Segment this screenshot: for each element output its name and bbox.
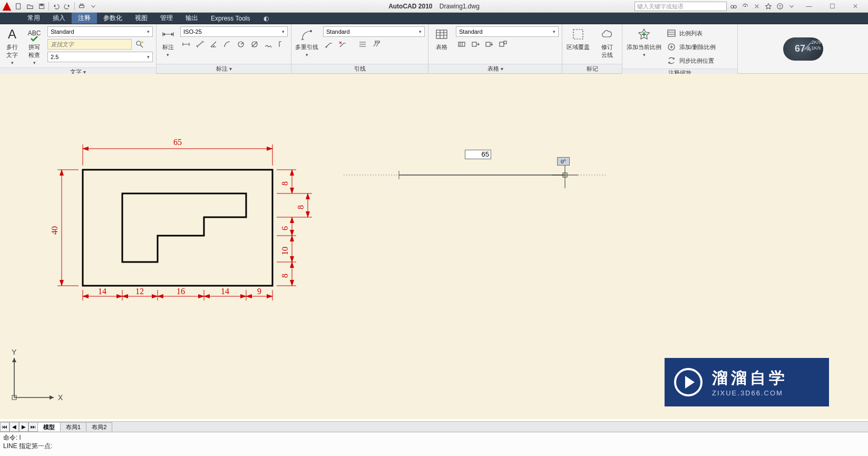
text-height-combo[interactable]: 2.5▾ xyxy=(47,52,153,62)
svg-point-7 xyxy=(745,6,746,7)
maximize-button[interactable]: ☐ xyxy=(822,1,843,12)
svg-rect-18 xyxy=(375,41,379,43)
svg-text:?: ? xyxy=(779,4,782,9)
panel-gauge: 67% 2K/s 1.1K/s xyxy=(738,24,868,73)
leader-remove-icon[interactable] xyxy=(337,39,348,50)
minimize-button[interactable]: — xyxy=(798,1,820,12)
wipeout-icon xyxy=(570,26,586,42)
menu-tab-5[interactable]: 管理 xyxy=(154,13,179,24)
table-extract-icon[interactable] xyxy=(470,39,481,50)
spellcheck-button[interactable]: ABC 拼写 检查▾ xyxy=(25,26,43,65)
qat-dropdown-icon[interactable] xyxy=(87,1,99,12)
table-button[interactable]: 表格 xyxy=(432,26,452,51)
dim-angular-icon[interactable] xyxy=(208,39,219,50)
exchange-icon[interactable] xyxy=(752,2,762,11)
mleader-button[interactable]: 多重引线▾ xyxy=(295,26,319,57)
table-export-icon[interactable] xyxy=(497,39,509,50)
dim-jogged-icon[interactable] xyxy=(262,39,274,50)
scale-sync-button[interactable]: 同步比例位置 xyxy=(667,55,734,66)
svg-point-5 xyxy=(731,5,734,8)
svg-rect-25 xyxy=(573,30,583,39)
close-button[interactable]: ✕ xyxy=(845,1,866,12)
find-text-input[interactable]: 直找文字 xyxy=(47,39,132,50)
dim-ordinate-icon[interactable] xyxy=(276,39,288,50)
spellcheck-icon: ABC xyxy=(26,26,42,42)
menu-tab-6[interactable]: 输出 xyxy=(179,13,204,24)
chevron-down-icon[interactable] xyxy=(787,2,796,11)
svg-rect-4 xyxy=(80,4,83,5)
find-button-icon[interactable] xyxy=(134,39,145,50)
title-bar: AutoCAD 2010 Drawing1.dwg 键入关键字或短语 ? — ☐… xyxy=(0,0,868,13)
nav-next-icon[interactable]: ▶ xyxy=(19,422,28,432)
leader-add-icon[interactable] xyxy=(323,39,335,50)
svg-point-17 xyxy=(326,46,327,48)
svg-rect-28 xyxy=(83,170,272,286)
communication-icon[interactable] xyxy=(740,2,750,11)
qat-new-icon[interactable] xyxy=(13,1,24,12)
help-search-input[interactable]: 键入关键字或短语 xyxy=(635,2,727,11)
revcloud-button[interactable]: 修订 云线 xyxy=(595,26,619,59)
qat-redo-icon[interactable] xyxy=(62,1,73,12)
mtext-button[interactable]: A 多行 文字▾ xyxy=(3,26,21,65)
qat-save-icon[interactable] xyxy=(36,1,47,12)
nav-first-icon[interactable]: ⏮ xyxy=(0,422,9,432)
help-icon[interactable]: ? xyxy=(775,2,785,11)
sheet-tab-2[interactable]: 布局2 xyxy=(86,422,112,431)
menu-tab-0[interactable]: 常用 xyxy=(21,13,46,24)
dim-arc-icon[interactable] xyxy=(221,39,233,50)
revcloud-icon xyxy=(599,26,615,42)
ribbon: A 多行 文字▾ ABC 拼写 检查▾ Standard▾ 直找文字 2.5▾ … xyxy=(0,24,868,74)
dim-left: 40 xyxy=(50,226,59,235)
nav-prev-icon[interactable]: ◀ xyxy=(9,422,19,432)
watermark-url: ZIXUE.3D66.COM xyxy=(712,389,788,397)
menu-tab-1[interactable]: 插入 xyxy=(46,13,72,24)
favorite-icon[interactable] xyxy=(764,2,773,11)
panel-text: A 多行 文字▾ ABC 拼写 检查▾ Standard▾ 直找文字 2.5▾ … xyxy=(0,24,157,73)
binoculars-icon[interactable] xyxy=(729,2,738,11)
wipeout-button[interactable]: 区域覆盖 xyxy=(565,26,591,51)
leader-style-combo[interactable]: Standard▾ xyxy=(323,26,425,37)
dim-style-combo[interactable]: ISO-25▾ xyxy=(180,26,288,37)
svg-point-6 xyxy=(734,5,736,8)
qat-open-icon[interactable] xyxy=(24,1,36,12)
panel-mark: 区域覆盖 修订 云线 标记 xyxy=(562,24,622,73)
command-window[interactable]: 命令: l LINE 指定第一点: xyxy=(0,432,868,456)
leader-collect-icon[interactable] xyxy=(370,39,382,50)
dim-linear-icon[interactable] xyxy=(180,39,192,50)
add-scale-button[interactable]: 添加当前比例▾ xyxy=(626,26,662,57)
menu-tab-2[interactable]: 注释 xyxy=(72,13,97,24)
scale-list-button[interactable]: 比例列表 xyxy=(667,27,734,39)
panel-dimension: 标注▾ ISO-25▾ 标注▾ xyxy=(157,24,291,73)
table-link-icon[interactable] xyxy=(456,39,467,50)
ribbon-tabs: 常用插入注释参数化视图管理输出Express Tools◐ xyxy=(0,13,868,24)
dim-aligned-icon[interactable] xyxy=(194,39,206,50)
menu-tab-3[interactable]: 参数化 xyxy=(97,13,129,24)
qat-print-icon[interactable] xyxy=(76,1,87,12)
app-menu-button[interactable] xyxy=(1,1,13,12)
menu-tab-7[interactable]: Express Tools xyxy=(204,13,256,24)
qat-undo-icon[interactable] xyxy=(50,1,62,12)
sheet-tab-1[interactable]: 布局1 xyxy=(60,422,86,431)
drawing-area[interactable]: 65 40 14 12 16 14 9 8 8 6 10 8 xyxy=(0,74,868,419)
sheet-tab-0[interactable]: 模型 xyxy=(37,422,61,431)
table-download-icon[interactable] xyxy=(483,39,495,50)
dimension-button[interactable]: 标注▾ xyxy=(160,26,176,57)
svg-rect-24 xyxy=(504,41,506,44)
text-style-combo[interactable]: Standard▾ xyxy=(47,26,153,37)
ucs-icon: X Y xyxy=(6,347,64,408)
dim-r0: 8 xyxy=(280,181,289,186)
dim-radius-icon[interactable] xyxy=(235,39,247,50)
dim-r1: 8 xyxy=(296,205,305,209)
svg-rect-21 xyxy=(472,42,476,46)
nav-last-icon[interactable]: ⏭ xyxy=(28,422,38,432)
table-style-combo[interactable]: Standard▾ xyxy=(456,26,559,37)
svg-rect-20 xyxy=(459,42,465,46)
scale-adddel-button[interactable]: 添加/删除比例 xyxy=(667,41,734,53)
dim-diameter-icon[interactable] xyxy=(249,39,260,50)
menu-tab-4[interactable]: 视图 xyxy=(129,13,154,24)
dynamic-length-input[interactable]: 65 xyxy=(465,150,491,159)
menu-more-icon[interactable]: ◐ xyxy=(264,13,269,24)
svg-point-12 xyxy=(136,41,141,45)
dynamic-angle-readout: 0° xyxy=(557,157,570,166)
leader-align-icon[interactable] xyxy=(357,39,368,50)
